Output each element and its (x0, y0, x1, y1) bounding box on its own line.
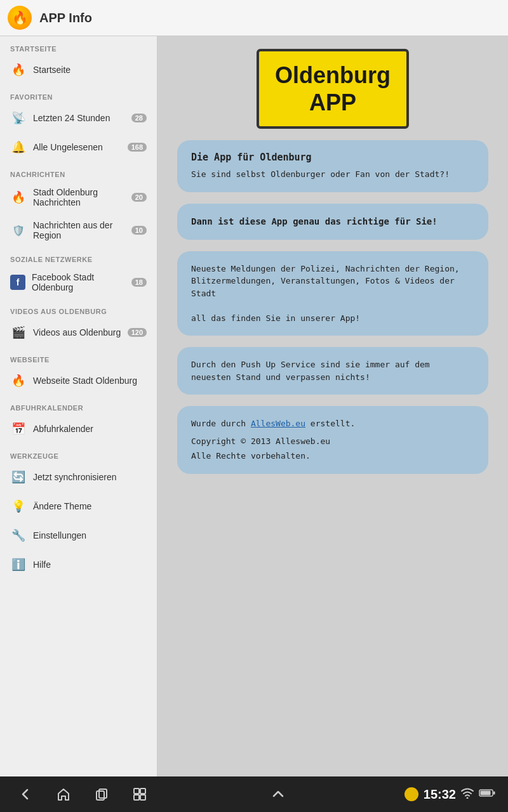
videos-icon: 🎬 (10, 324, 27, 341)
svg-rect-5 (140, 795, 145, 800)
sidebar-item-alle-ungelesenen[interactable]: 🔔 Alle Ungelesenen 168 (0, 133, 157, 162)
alle-ungelesenen-badge: 168 (128, 143, 147, 152)
status-bar: 15:32 (404, 787, 495, 802)
section-videos: VIDEOS AUS OLDENBURG (0, 299, 157, 318)
section-favoriten: FAVORITEN (0, 84, 157, 103)
recents-button[interactable] (89, 782, 114, 807)
stadt-nachrichten-icon: 🔥 (10, 189, 27, 206)
app-icon: 🔥 (8, 6, 32, 30)
back-button[interactable] (13, 782, 38, 807)
clock-display: 15:32 (424, 787, 456, 802)
abfuhr-label: Abfuhrkalender (33, 424, 147, 434)
card-4-body: Durch den Push Up Service sind sie immer… (191, 358, 474, 383)
card-2: Dann ist diese App genau das richtige fü… (177, 204, 488, 240)
section-abfuhr: ABFUHRKALENDER (0, 395, 157, 414)
sidebar-item-letzten24[interactable]: 📡 Letzten 24 Stunden 28 (0, 103, 157, 133)
region-nachrichten-label: Nachrichten aus der Region (33, 220, 125, 240)
allesweb-link[interactable]: AllesWeb.eu (251, 419, 305, 428)
facebook-icon: f (10, 275, 25, 290)
card-5-copyright: Copyright © 2013 Allesweb.eu (191, 435, 474, 448)
sync-label: Jetzt synchronisieren (33, 472, 147, 482)
section-webseite: WEBSEITE (0, 347, 157, 366)
region-icon: 🛡️ (10, 222, 27, 239)
card-4: Durch den Push Up Service sind sie immer… (177, 347, 488, 395)
home-button[interactable] (51, 782, 76, 807)
card-1-title: Die App für Oldenburg (191, 152, 474, 163)
hilfe-icon: ℹ️ (10, 556, 27, 573)
sidebar-item-settings[interactable]: 🔧 Einstellungen (0, 521, 157, 550)
sidebar-item-theme[interactable]: 💡 Ändere Theme (0, 492, 157, 521)
card-5-rights: Alle Rechte vorbehalten. (191, 450, 474, 462)
alle-ungelesenen-label: Alle Ungelesenen (33, 142, 121, 152)
sidebar-item-webseite[interactable]: 🔥 Webseite Stadt Oldenburg (0, 366, 157, 395)
card-5-credits: Wurde durch AllesWeb.eu erstellt. (191, 417, 474, 430)
svg-point-6 (467, 797, 469, 799)
sync-icon: 🔄 (10, 469, 27, 485)
svg-rect-3 (140, 789, 145, 794)
stadt-nachrichten-label: Stadt Oldenburg Nachrichten (33, 187, 125, 207)
letzten24-badge: 28 (131, 114, 147, 122)
svg-rect-9 (481, 791, 491, 796)
hilfe-label: Hilfe (33, 560, 147, 570)
startseite-label: Startseite (33, 65, 147, 75)
sidebar-item-region-nachrichten[interactable]: 🛡️ Nachrichten aus der Region 10 (0, 214, 157, 247)
region-nachrichten-badge: 10 (131, 226, 147, 235)
settings-label: Einstellungen (33, 530, 147, 540)
oldenburg-sign: Oldenburg APP (257, 49, 409, 129)
battery-icon (479, 789, 495, 800)
alle-ungelesenen-icon: 🔔 (10, 139, 27, 155)
svg-rect-4 (134, 795, 139, 800)
svg-rect-8 (493, 792, 495, 795)
sidebar-item-abfuhr[interactable]: 📅 Abfuhrkalender (0, 414, 157, 443)
status-circle-icon (404, 787, 418, 801)
card-3-body: Neueste Meldungen der Polizei, Nachricht… (191, 263, 474, 325)
letzten24-icon: 📡 (10, 110, 27, 126)
stadt-nachrichten-badge: 20 (131, 193, 147, 202)
facebook-label: Facebook Stadt Oldenburg (32, 272, 125, 292)
sidebar-item-facebook[interactable]: f Facebook Stadt Oldenburg 18 (0, 266, 157, 299)
card-3: Neueste Meldungen der Polizei, Nachricht… (177, 251, 488, 336)
card-1: Die App für Oldenburg Sie sind selbst Ol… (177, 140, 488, 192)
webseite-label: Webseite Stadt Oldenburg (33, 376, 147, 386)
wifi-icon (461, 787, 474, 801)
section-soziale: SOZIALE NETZWERKE (0, 247, 157, 266)
screenshot-button[interactable] (127, 782, 152, 807)
theme-icon: 💡 (10, 498, 27, 514)
abfuhr-icon: 📅 (10, 421, 27, 437)
sidebar-item-sync[interactable]: 🔄 Jetzt synchronisieren (0, 462, 157, 492)
svg-rect-2 (134, 789, 139, 794)
sidebar-item-stadt-nachrichten[interactable]: 🔥 Stadt Oldenburg Nachrichten 20 (0, 181, 157, 214)
section-werkzeuge: WERKZEUGE (0, 443, 157, 462)
settings-icon: 🔧 (10, 527, 27, 544)
main-layout: STARTSEITE 🔥 Startseite FAVORITEN 📡 Letz… (0, 36, 508, 776)
card-1-body: Sie sind selbst Oldenburger oder Fan von… (191, 168, 474, 181)
card-5-pre-link: Wurde durch (191, 419, 251, 428)
main-content: Oldenburg APP Die App für Oldenburg Sie … (157, 36, 508, 776)
card-5: Wurde durch AllesWeb.eu erstellt. Copyri… (177, 406, 488, 474)
webseite-icon: 🔥 (10, 372, 27, 389)
videos-badge: 120 (128, 328, 147, 337)
letzten24-label: Letzten 24 Stunden (33, 113, 125, 123)
sidebar-item-hilfe[interactable]: ℹ️ Hilfe (0, 550, 157, 579)
sidebar-item-startseite[interactable]: 🔥 Startseite (0, 55, 157, 84)
card-2-body: Dann ist diese App genau das richtige fü… (191, 215, 474, 228)
sidebar: STARTSEITE 🔥 Startseite FAVORITEN 📡 Letz… (0, 36, 157, 776)
sign-line2: APP (272, 89, 394, 116)
up-arrow-button[interactable] (265, 782, 291, 807)
videos-label: Videos aus Oldenburg (33, 327, 121, 337)
app-title: APP Info (39, 11, 92, 25)
startseite-icon: 🔥 (10, 62, 27, 78)
app-header: 🔥 APP Info (0, 0, 508, 36)
section-startseite: STARTSEITE (0, 36, 157, 55)
card-5-post-link: erstellt. (305, 419, 355, 428)
theme-label: Ändere Theme (33, 501, 147, 511)
sidebar-item-videos[interactable]: 🎬 Videos aus Oldenburg 120 (0, 318, 157, 347)
section-nachrichten: NACHRICHTEN (0, 162, 157, 181)
sign-line1: Oldenburg (272, 62, 394, 89)
bottom-navigation-bar: 15:32 (0, 776, 508, 812)
facebook-badge: 18 (131, 278, 147, 287)
